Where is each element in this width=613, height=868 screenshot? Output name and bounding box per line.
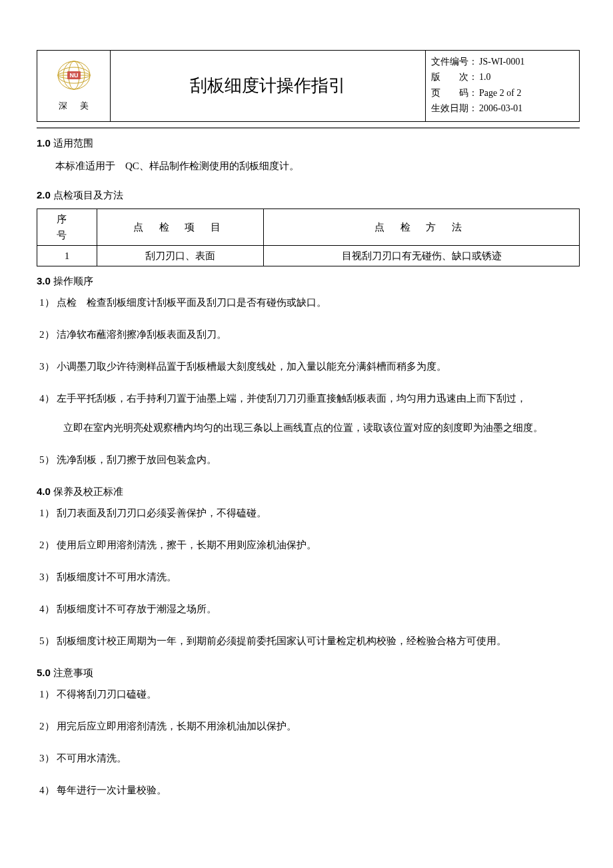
meta-eff-value: 2006-03-01: [479, 101, 574, 116]
globe-logo-icon: NU: [57, 60, 91, 95]
meta-docno-value: JS-WI-0001: [479, 55, 574, 69]
td-item: 刮刀刃口、表面: [97, 245, 264, 266]
inspection-table: 序 号 点 检 项 目 点 检 方 法 1 刮刀刃口、表面 目视刮刀刃口有无碰伤…: [37, 209, 580, 266]
s5-item-1: 1） 不得将刮刀刃口磕碰。: [39, 686, 580, 702]
section-1-num: 1.0: [37, 137, 51, 149]
meta-docno-label: 文件编号：: [431, 55, 479, 69]
document-meta: 文件编号： JS-WI-0001 版 次： 1.0 页 码： Page 2 of…: [426, 51, 579, 121]
section-2-num: 2.0: [37, 189, 51, 201]
s3-item-4b: 立即在室内光明亮处观察槽内均匀的出现三条以上画线直点的位置，读取该位置对应的刻度…: [37, 420, 580, 436]
meta-page-label: 页 码：: [431, 86, 479, 101]
document-title: 刮板细度计操作指引: [111, 51, 426, 121]
th-seq: 序 号: [37, 209, 97, 245]
section-5-num: 5.0: [37, 667, 51, 678]
s4-item-5: 5） 刮板细度计校正周期为一年，到期前必须提前委托国家认可计量检定机构校验，经检…: [39, 633, 580, 649]
s3-item-5: 5） 洗净刮板，刮刀擦于放回包装盒内。: [39, 452, 580, 468]
meta-eff-label: 生效日期：: [431, 101, 479, 116]
section-4-text: 保养及校正标准: [51, 486, 123, 497]
section-1-title: 1.0 适用范围: [37, 135, 580, 151]
section-3-num: 3.0: [37, 275, 51, 286]
section-2-title: 2.0 点检项目及方法: [37, 187, 580, 203]
header-divider: [37, 127, 580, 129]
s3-item-3: 3） 小调墨刀取少许待测样品置于刮板槽最大刻度线处，加入量以能充分满斜槽而稍多为…: [39, 358, 580, 374]
td-seq: 1: [37, 245, 97, 266]
section-4-num: 4.0: [37, 486, 51, 497]
brand-text: 深 美: [53, 99, 94, 113]
section-1-body: 本标准适用于 QC、样品制作检测使用的刮板细度计。: [55, 158, 580, 174]
meta-page-value: Page 2 of 2: [479, 86, 574, 101]
td-method: 目视刮刀刃口有无碰伤、缺口或锈迹: [264, 245, 580, 266]
s5-item-4: 4） 每年进行一次计量校验。: [39, 782, 580, 798]
s4-item-2: 2） 使用后立即用溶剂清洗，擦干，长期不用则应涂机油保护。: [39, 537, 580, 553]
section-5-text: 注意事项: [51, 667, 93, 678]
table-header-row: 序 号 点 检 项 目 点 检 方 法: [37, 209, 580, 245]
th-item: 点 检 项 目: [97, 209, 264, 245]
meta-ver-label: 版 次：: [431, 70, 479, 85]
document-header: NU 深 美 刮板细度计操作指引 文件编号： JS-WI-0001 版 次： 1…: [37, 50, 580, 122]
meta-ver-value: 1.0: [479, 70, 574, 85]
section-3-text: 操作顺序: [51, 276, 93, 286]
table-row: 1 刮刀刃口、表面 目视刮刀刃口有无碰伤、缺口或锈迹: [37, 245, 580, 266]
header-logo-cell: NU 深 美: [37, 51, 111, 121]
s4-item-4: 4） 刮板细度计不可存放于潮湿之场所。: [39, 601, 580, 617]
th-method: 点 检 方 法: [264, 209, 580, 245]
s3-item-2: 2） 洁净软布蘸溶剂擦净刮板表面及刮刀。: [39, 326, 580, 342]
svg-text:NU: NU: [69, 72, 78, 79]
s5-item-3: 3） 不可用水清洗。: [39, 750, 580, 766]
section-1-text: 适用范围: [51, 138, 93, 149]
s4-item-1: 1） 刮刀表面及刮刀刃口必须妥善保护，不得磕碰。: [39, 505, 580, 521]
s3-item-1: 1） 点检 检查刮板细度计刮板平面及刮刀口是否有碰伤或缺口。: [39, 294, 580, 310]
section-3-title: 3.0 操作顺序: [37, 273, 580, 289]
s4-item-3: 3） 刮板细度计不可用水清洗。: [39, 569, 580, 585]
section-5-title: 5.0 注意事项: [37, 665, 580, 681]
s3-item-4a: 4） 左手平托刮板，右手持利刀置于油墨上端，并使刮刀刀刃垂直接触刮板表面，均匀用…: [39, 390, 580, 406]
s5-item-2: 2） 用完后应立即用溶剂清洗，长期不用涂机油加以保护。: [39, 718, 580, 734]
section-2-text: 点检项目及方法: [51, 190, 123, 201]
section-4-title: 4.0 保养及校正标准: [37, 484, 580, 500]
